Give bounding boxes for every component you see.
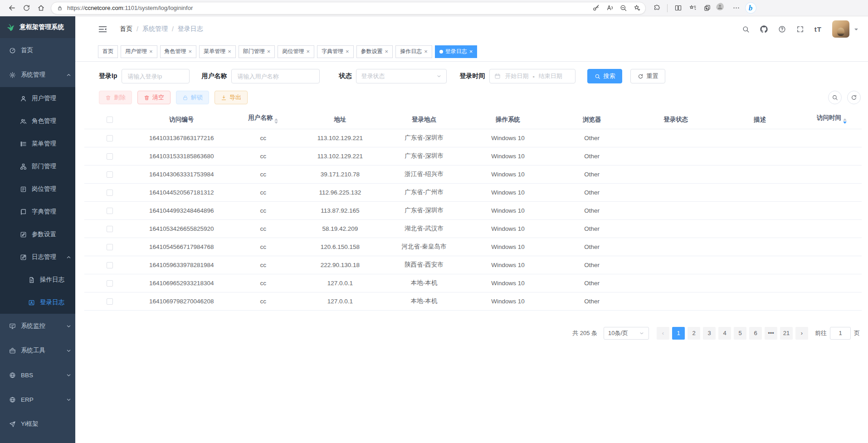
sidebar-item-erp[interactable]: ERP: [0, 387, 75, 412]
font-size-button[interactable]: tT: [814, 25, 822, 33]
collapse-sidebar-button[interactable]: [98, 24, 107, 34]
browser-menu-button[interactable]: [729, 2, 743, 15]
unlock-button[interactable]: 解锁: [176, 91, 209, 104]
tab-post-mgmt[interactable]: 岗位管理×: [278, 45, 314, 58]
tab-operation-log[interactable]: 操作日志×: [395, 45, 432, 58]
tab-user-mgmt[interactable]: 用户管理×: [121, 45, 157, 58]
row-checkbox[interactable]: [107, 298, 113, 305]
caret-down-icon[interactable]: [854, 29, 858, 32]
col-visit-time[interactable]: 访问时间: [802, 111, 862, 129]
read-aloud-button[interactable]: [603, 2, 616, 15]
avatar[interactable]: [832, 20, 849, 38]
sidebar-item-menus[interactable]: 菜单管理: [0, 132, 75, 155]
close-icon[interactable]: ×: [189, 49, 192, 54]
page-button-21[interactable]: 21: [780, 327, 793, 340]
user-icon: [20, 95, 27, 102]
row-checkbox[interactable]: [107, 171, 113, 178]
sidebar-item-monitor[interactable]: 系统监控: [0, 314, 75, 338]
zoom-out-button[interactable]: [616, 2, 630, 15]
sidebar-item-system[interactable]: 系统管理: [0, 63, 75, 87]
tab-menu-mgmt[interactable]: 菜单管理×: [199, 45, 236, 58]
header-search-button[interactable]: [742, 25, 750, 33]
next-page-button[interactable]: ›: [795, 327, 808, 340]
add-favorite-button[interactable]: [630, 2, 644, 15]
extensions-button[interactable]: [649, 2, 664, 15]
clear-button[interactable]: 清空: [137, 91, 171, 104]
page-button-6[interactable]: 6: [749, 327, 762, 340]
sidebar-item-login-log[interactable]: 登录日志: [0, 291, 75, 314]
password-button[interactable]: [589, 2, 603, 15]
row-checkbox[interactable]: [107, 153, 113, 160]
sidebar-item-operation-log[interactable]: 操作日志: [0, 268, 75, 291]
delete-button[interactable]: 删除: [99, 91, 132, 104]
tab-dict-mgmt[interactable]: 字典管理×: [317, 45, 354, 58]
select-all-checkbox[interactable]: [107, 117, 113, 123]
row-checkbox[interactable]: [107, 262, 113, 268]
col-user[interactable]: 用户名称: [228, 111, 298, 129]
row-checkbox[interactable]: [107, 244, 113, 250]
username-input[interactable]: [231, 69, 320, 83]
tab-role-mgmt[interactable]: 角色管理×: [160, 45, 197, 58]
page-button-3[interactable]: 3: [703, 327, 716, 340]
favorites-button[interactable]: [685, 2, 700, 15]
sidebar-item-home[interactable]: 首页: [0, 38, 75, 63]
close-icon[interactable]: ×: [469, 49, 473, 54]
sort-icon-desc[interactable]: [843, 117, 847, 126]
browser-back-button[interactable]: [5, 2, 19, 15]
sidebar-item-bbs[interactable]: BBS: [0, 363, 75, 387]
close-icon[interactable]: ×: [385, 49, 389, 54]
browser-refresh-button[interactable]: [19, 2, 34, 15]
close-icon[interactable]: ×: [346, 49, 349, 54]
search-button[interactable]: 搜索: [587, 69, 622, 83]
tab-login-log[interactable]: 登录日志×: [435, 45, 478, 58]
help-button[interactable]: [778, 25, 786, 33]
sidebar-item-posts[interactable]: 岗位管理: [0, 178, 75, 200]
browser-profile-button[interactable]: [714, 2, 729, 15]
row-checkbox[interactable]: [107, 135, 113, 141]
goto-page-input[interactable]: [830, 327, 851, 340]
ip-input[interactable]: [122, 69, 190, 83]
sidebar-item-users[interactable]: 用户管理: [0, 87, 75, 110]
refresh-table-button[interactable]: [847, 91, 861, 104]
close-icon[interactable]: ×: [228, 49, 231, 54]
show-search-toggle-button[interactable]: [828, 91, 842, 104]
export-button[interactable]: 导出: [215, 91, 248, 104]
sidebar-item-departments[interactable]: 部门管理: [0, 155, 75, 178]
breadcrumb-home[interactable]: 首页: [120, 25, 132, 33]
split-screen-button[interactable]: [671, 2, 685, 15]
row-checkbox[interactable]: [107, 208, 113, 214]
page-button-1[interactable]: 1: [672, 327, 685, 340]
sidebar-item-logs[interactable]: 日志管理: [0, 246, 75, 268]
date-range-picker[interactable]: 开始日期 - 结束日期: [489, 69, 575, 83]
tab-dept-mgmt[interactable]: 部门管理×: [239, 45, 275, 58]
github-button[interactable]: [760, 25, 768, 33]
reset-button[interactable]: 重置: [630, 69, 665, 83]
address-bar[interactable]: https://ccnetcore.com:1101/system/log/lo…: [51, 2, 646, 15]
page-button-5[interactable]: 5: [734, 327, 746, 340]
row-checkbox[interactable]: [107, 280, 113, 287]
tab-param-settings[interactable]: 参数设置×: [356, 45, 393, 58]
close-icon[interactable]: ×: [306, 49, 310, 54]
close-icon[interactable]: ×: [267, 49, 271, 54]
sidebar-item-tools[interactable]: 系统工具: [0, 338, 75, 363]
page-ellipsis-button[interactable]: •••: [765, 327, 777, 340]
sidebar-item-dictionary[interactable]: 字典管理: [0, 200, 75, 223]
sidebar-item-roles[interactable]: 角色管理: [0, 110, 75, 132]
copilot-button[interactable]: b: [743, 2, 758, 15]
status-select[interactable]: 登录状态: [356, 69, 447, 83]
sidebar-item-parameters[interactable]: 参数设置: [0, 223, 75, 246]
page-size-select[interactable]: 10条/页: [604, 327, 649, 340]
row-checkbox[interactable]: [107, 190, 113, 196]
fullscreen-button[interactable]: [796, 25, 804, 33]
page-button-4[interactable]: 4: [718, 327, 731, 340]
browser-home-button[interactable]: [34, 2, 48, 15]
row-checkbox[interactable]: [107, 226, 113, 232]
duplicate-tab-button[interactable]: [700, 2, 714, 15]
page-button-2[interactable]: 2: [688, 327, 700, 340]
close-icon[interactable]: ×: [149, 49, 153, 54]
sidebar-item-yi-framework[interactable]: Yi框架: [0, 412, 75, 436]
tab-home[interactable]: 首页: [98, 45, 118, 58]
close-icon[interactable]: ×: [424, 49, 428, 54]
prev-page-button[interactable]: ‹: [657, 327, 669, 340]
sort-icon[interactable]: [274, 117, 278, 126]
